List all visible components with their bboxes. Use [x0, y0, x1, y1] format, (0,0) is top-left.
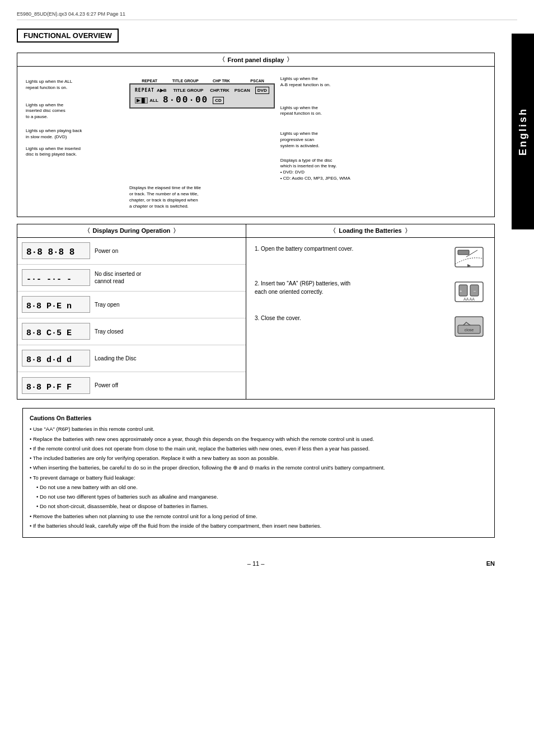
label-power-on: Power on	[95, 247, 241, 255]
front-panel-diagram: Lights up when the ALL repeat function i…	[17, 67, 494, 217]
ann-displays-type: Displays a type of the disc which is ins…	[280, 158, 398, 182]
display-row-power-off: 8·8 P·F F Power off	[17, 372, 246, 399]
ann-all-repeat: Lights up when the ALL repeat function i…	[26, 79, 124, 91]
battery-step-3-svg: close	[452, 314, 486, 339]
bottom-section: 〈 Displays During Operation 〉 8·8 8·8 8 …	[17, 224, 495, 400]
ann-repeat: Lights up when the repeat function is on…	[280, 105, 398, 118]
caution-1: • Use "AA" (R6P) batteries in this remot…	[30, 425, 488, 433]
seg-tray-closed-svg: 8·8 C·5 E	[25, 325, 87, 337]
language-label: EN	[486, 560, 495, 567]
battery-step-2-text: 2. Insert two "AA" (R6P) batteries, with…	[255, 279, 447, 296]
seg-no-disc-svg: -·- -·- -	[25, 271, 87, 284]
svg-text:8·8 8·8 8: 8·8 8·8 8	[26, 247, 74, 257]
seg-loading-disc-svg: 8·8 d·d d	[25, 352, 87, 364]
displays-operation-header: 〈 Displays During Operation 〉	[17, 224, 246, 238]
battery-step-1-text: 1. Open the battery compartment cover.	[255, 245, 447, 253]
caution-4: • The included batteries are only for ve…	[30, 454, 488, 462]
svg-text:8·8 d·d d: 8·8 d·d d	[26, 355, 72, 364]
seg-tray-open-svg: 8·8 P·E n	[25, 298, 87, 311]
page-container: E5980_85UD(EN).qx3 04.4.23 6:27 PM Page …	[0, 0, 534, 756]
svg-text:+: +	[460, 289, 462, 294]
svg-text:8·8 P·E n: 8·8 P·E n	[26, 302, 72, 311]
battery-step-3-image: close	[452, 314, 486, 340]
svg-text:▶: ▶	[467, 263, 471, 268]
cautions-title: Cautions On Batteries	[30, 414, 488, 423]
seg-power-on: 8·8 8·8 8	[22, 242, 90, 259]
seg-power-on-svg: 8·8 8·8 8	[25, 245, 87, 257]
svg-text:−: −	[474, 289, 476, 294]
displays-during-operation: 〈 Displays During Operation 〉 8·8 8·8 8 …	[17, 224, 246, 399]
display-row-no-disc: -·- -·- - No disc inserted orcannot read	[17, 265, 246, 292]
seg-loading-disc: 8·8 d·d d	[22, 350, 90, 367]
svg-text:close: close	[465, 328, 474, 332]
caution-6b: • Do not use two different types of batt…	[36, 493, 488, 501]
svg-text:8·8 P·F F: 8·8 P·F F	[26, 383, 72, 392]
seg-power-off-svg: 8·8 P·F F	[25, 379, 87, 392]
elapsed-annotation: Displays the elapsed time of the title o…	[129, 185, 308, 210]
battery-step-2-image: + − AA AA	[452, 279, 486, 306]
lcd-display-area: REPEAT TITLE GROUP CHP TRK PSCAN REPEAT …	[129, 79, 275, 111]
ann-ab-repeat: Lights up when the A-B repeat function i…	[280, 76, 398, 88]
svg-text:AA  AA: AA AA	[463, 297, 475, 301]
caution-8: • If the batteries should leak, carefull…	[30, 522, 488, 530]
functional-overview-title: FUNCTIONAL OVERVIEW	[17, 29, 119, 43]
label-no-disc: No disc inserted orcannot read	[95, 270, 241, 285]
seg-power-off: 8·8 P·F F	[22, 377, 90, 394]
battery-step-1: 1. Open the battery compartment cover. ▶	[255, 245, 486, 271]
display-row-loading-disc: 8·8 d·d d Loading the Disc	[17, 345, 246, 372]
ann-inserted-disc: Lights up when the inserted disc comes t…	[26, 102, 124, 120]
label-power-off: Power off	[95, 382, 241, 389]
loading-batteries-section: 〈 Loading the Batteries 〉 1. Open the ba…	[246, 224, 494, 399]
caution-7: • Remove the batteries when not planning…	[30, 513, 488, 520]
display-row-power-on: 8·8 8·8 8 Power on	[17, 238, 246, 265]
front-panel-section: 〈 Front panel display 〉 Lights up when t…	[17, 53, 495, 217]
battery-step-2-svg: + − AA AA	[452, 279, 486, 304]
svg-text:8·8 C·5 E: 8·8 C·5 E	[26, 328, 72, 337]
page-number: – 11 –	[247, 560, 265, 567]
battery-step-1-svg: ▶	[452, 245, 486, 270]
cautions-box: Cautions On Batteries • Use "AA" (R6P) b…	[22, 408, 495, 538]
battery-step-2: 2. Insert two "AA" (R6P) batteries, with…	[255, 279, 486, 306]
caution-2: • Replace the batteries with new ones ap…	[30, 435, 488, 443]
loading-batteries-header: 〈 Loading the Batteries 〉	[246, 224, 494, 238]
caution-6: • To prevent damage or battery fluid lea…	[30, 474, 488, 482]
seg-tray-open: 8·8 P·E n	[22, 296, 90, 313]
english-sidebar: English	[512, 34, 534, 229]
caution-sub-list: • Do not use a new battery with an old o…	[36, 483, 488, 511]
page-footer: – 11 – EN	[17, 555, 495, 572]
caution-6a: • Do not use a new battery with an old o…	[36, 483, 488, 491]
ann-progressive: Lights up when the progressive scan syst…	[280, 131, 398, 149]
label-tray-open: Tray open	[95, 301, 241, 308]
ann-slow: Lights up when playing back in slow mode…	[26, 128, 124, 140]
display-row-tray-closed: 8·8 C·5 E Tray closed	[17, 318, 246, 345]
seg-no-disc: -·- -·- -	[22, 269, 90, 286]
caution-5: • When inserting the batteries, be caref…	[30, 464, 488, 472]
display-row-tray-open: 8·8 P·E n Tray open	[17, 292, 246, 318]
label-tray-closed: Tray closed	[95, 328, 241, 335]
battery-steps-container: 1. Open the battery compartment cover. ▶	[246, 238, 494, 347]
left-annotations: Lights up when the ALL repeat function i…	[26, 73, 124, 158]
svg-rect-7	[458, 250, 469, 255]
svg-text:-·- -·- -: -·- -·- -	[26, 275, 72, 284]
label-loading-disc: Loading the Disc	[95, 355, 241, 362]
print-header: E5980_85UD(EN).qx3 04.4.23 6:27 PM Page …	[17, 11, 517, 20]
right-annotations: Lights up when the A-B repeat function i…	[280, 73, 398, 182]
battery-step-3: 3. Close the cover. close	[255, 314, 486, 340]
seg-tray-closed: 8·8 C·5 E	[22, 323, 90, 340]
ann-played-back: Lights up when the inserted disc is bein…	[26, 146, 124, 158]
battery-step-1-image: ▶	[452, 245, 486, 271]
caution-3: • If the remote control unit does not op…	[30, 445, 488, 453]
battery-step-3-text: 3. Close the cover.	[255, 314, 447, 322]
caution-6c: • Do not short-circuit, disassemble, hea…	[36, 503, 488, 510]
front-panel-header: 〈 Front panel display 〉	[17, 53, 494, 67]
